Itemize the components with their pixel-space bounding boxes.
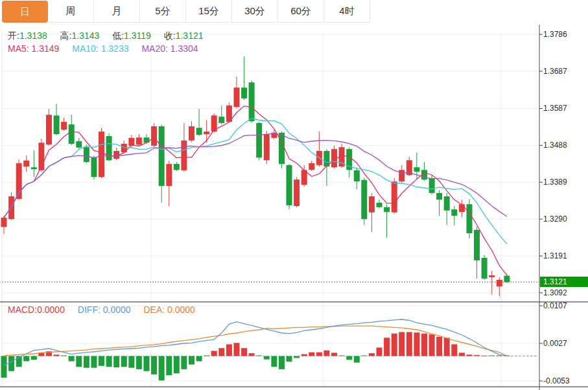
price-axis-tick: 1.3191 [543,251,567,260]
price-axis-tick: 1.3488 [543,141,567,150]
open-value: 1.3138 [19,30,47,41]
high-value: 1.3143 [72,30,100,41]
timeframe-tab-周[interactable]: 周 [48,1,94,23]
macd-label: MACD: [8,304,37,315]
dea-value: 0.0000 [167,304,195,315]
timeframe-tab-30分[interactable]: 30分 [232,1,278,23]
macd-value: 0.0000 [37,304,65,315]
timeframe-tabbar: 日周月5分15分30分60分4时 [0,0,370,25]
price-axis-tick: 1.3687 [543,67,567,76]
kline-chart-canvas[interactable] [0,0,588,390]
diff-label: DIFF: [78,304,100,315]
timeframe-tab-4时[interactable]: 4时 [324,1,370,23]
macd-axis-tick: -0.0053 [543,376,570,385]
high-label: 高: [60,30,72,41]
ma5-value: 1.3149 [32,43,60,54]
ma5-label: MA5: [8,43,29,54]
kline-app: 日周月5分15分30分60分4时 开:1.3138 高:1.3143 低:1.3… [0,0,588,390]
low-value: 1.3119 [124,30,151,41]
price-axis-tick: 1.3587 [543,104,567,113]
price-axis-tick: 1.3092 [543,288,567,297]
last-price-badge: 1.3121 [540,277,588,287]
timeframe-tab-15分[interactable]: 15分 [186,1,232,23]
low-label: 低: [112,30,124,41]
ma-row: MA5: 1.3149 MA10: 1.3233 MA20: 1.3304 [8,43,209,54]
price-axis-tick: 1.3290 [543,214,567,224]
ma10-label: MA10: [72,43,98,54]
ohlc-row: 开:1.3138 高:1.3143 低:1.3119 收:1.3121 [8,30,214,42]
close-value: 1.3121 [176,30,204,41]
ma20-value: 1.3304 [171,43,198,54]
macd-indicator-row: MACD:0.0000 DIFF: 0.0000 DEA: 0.0000 [8,304,206,315]
open-label: 开: [8,30,19,41]
timeframe-tab-月[interactable]: 月 [94,1,140,23]
dea-label: DEA: [143,304,165,315]
timeframe-tab-5分[interactable]: 5分 [140,1,186,23]
price-axis-tick: 1.3786 [543,30,567,39]
ma20-label: MA20: [141,43,167,54]
price-axis-tick: 1.3389 [543,178,567,187]
timeframe-tab-日[interactable]: 日 [2,1,48,23]
macd-axis-tick: 0.0107 [543,301,567,310]
diff-value: 0.0000 [103,304,131,315]
timeframe-tab-60分[interactable]: 60分 [278,1,324,23]
close-label: 收: [164,30,176,41]
ma10-value: 1.3233 [101,43,129,54]
macd-axis-tick: 0.0027 [543,339,567,348]
